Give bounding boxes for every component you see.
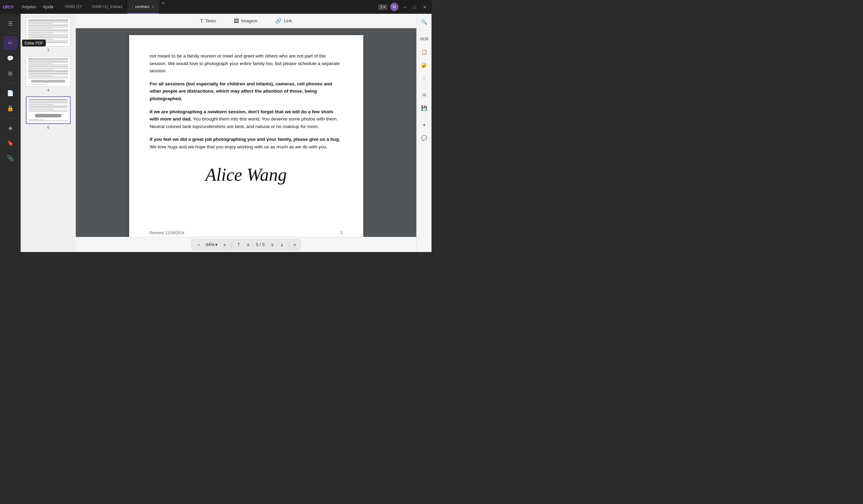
- mail-right-icon[interactable]: ✉: [419, 90, 430, 101]
- search-right-icon[interactable]: 🔍: [419, 17, 430, 28]
- thumb-label-3: 3: [47, 48, 49, 52]
- thumbnail-page-3[interactable]: 3: [23, 17, 73, 52]
- thumb-frame-4[interactable]: [26, 56, 71, 87]
- image-tool-button[interactable]: 🖼 Imagem: [229, 16, 262, 25]
- line: [28, 73, 68, 74]
- convert-icon[interactable]: 📄: [3, 86, 17, 100]
- thumb-mock-3: [26, 18, 70, 46]
- edit-pdf-icon[interactable]: ✏ Editar PDF: [3, 36, 17, 50]
- thumb-frame-3[interactable]: [26, 17, 71, 46]
- app-logo: UPDF: [3, 4, 14, 10]
- tab-count[interactable]: 3 ▾: [378, 4, 387, 10]
- lock-right-icon[interactable]: 🔐: [419, 60, 430, 71]
- menu-ajuda[interactable]: Ajuda: [39, 3, 57, 11]
- zoom-controls: − 94% ▾ + ⤒ ∧ 5 / 5 ∨ ⤓ ×: [191, 239, 301, 250]
- ocr-right-icon[interactable]: OCR: [419, 33, 430, 44]
- line: [28, 72, 68, 72]
- minimize-button[interactable]: ─: [401, 4, 408, 10]
- menu-arquivo[interactable]: Arquivo: [18, 3, 39, 11]
- text-label: Texto: [205, 18, 216, 23]
- line: [28, 42, 68, 43]
- line: [29, 104, 53, 105]
- line: [28, 76, 68, 77]
- line: [28, 41, 68, 42]
- tab-f1040-extract[interactable]: f1040 (1)_Extract: [87, 0, 127, 14]
- line: [29, 110, 68, 111]
- chat-right-icon[interactable]: 💬: [419, 133, 430, 144]
- main-content: ☰ ✏ Editar PDF 💬 ⊞ 📄 🔒 ◈ 🔖 📎: [0, 14, 432, 252]
- line: [28, 34, 68, 35]
- page-footer: Revised: 12/28/2014 5: [150, 231, 343, 235]
- share-right-icon[interactable]: ↑: [419, 73, 430, 84]
- bookmark-icon[interactable]: 🔖: [3, 136, 17, 150]
- comment-icon[interactable]: 💬: [3, 51, 17, 65]
- pdf-text: not meant to be a family reunion or meet…: [150, 52, 343, 151]
- zoom-close-button[interactable]: ×: [292, 242, 298, 248]
- tabs-area: f1040 (1)* f1040 (1)_Extract / contract …: [60, 0, 378, 14]
- maximize-button[interactable]: □: [411, 4, 418, 10]
- nav-last-button[interactable]: ⤓: [278, 241, 286, 249]
- line: [28, 29, 68, 30]
- close-button[interactable]: ✕: [421, 4, 429, 10]
- line: [28, 61, 68, 62]
- user-avatar[interactable]: U: [390, 3, 398, 11]
- line: [28, 62, 68, 63]
- tab-contract[interactable]: / contract ✕: [127, 0, 159, 14]
- thumbnail-panel: 3: [21, 14, 76, 252]
- star-right-icon[interactable]: ✦: [419, 119, 430, 130]
- tab-slash-icon: /: [132, 4, 133, 9]
- thumbnail-page-5[interactable]: 5: [23, 96, 73, 129]
- line: [28, 84, 45, 85]
- line: [28, 27, 68, 28]
- para2-bold: For all sessions (but especially for chi…: [150, 81, 332, 101]
- zoom-value[interactable]: 94% ▾: [204, 242, 219, 247]
- link-icon: 🔗: [275, 18, 282, 24]
- line: [29, 105, 68, 106]
- line: [28, 39, 53, 40]
- zoom-dropdown-icon: ▾: [215, 242, 218, 247]
- sidebar-divider-3: [5, 118, 15, 118]
- line: [29, 106, 68, 107]
- thumbnail-page-4[interactable]: 4: [23, 56, 73, 92]
- line: [28, 59, 68, 59]
- line: [29, 100, 68, 101]
- line: [29, 103, 68, 103]
- text-tool-button[interactable]: T Texto: [195, 16, 221, 25]
- view-icon[interactable]: ☰: [3, 17, 17, 30]
- line: [28, 36, 68, 37]
- line: [28, 64, 68, 65]
- viewing-area: T Texto 🖼 Imagem 🔗 Link not meant to be …: [76, 14, 416, 252]
- paragraph-3: If we are photographing a newborn sessio…: [150, 108, 343, 130]
- paragraph-1: not meant to be a family reunion or meet…: [150, 52, 343, 75]
- line: [28, 66, 68, 66]
- nav-first-button[interactable]: ⤒: [235, 241, 243, 249]
- left-sidebar: ☰ ✏ Editar PDF 💬 ⊞ 📄 🔒 ◈ 🔖 📎: [0, 14, 21, 252]
- line: [28, 44, 45, 44]
- line: [28, 35, 68, 36]
- attach-icon[interactable]: 📎: [3, 151, 17, 165]
- pdf-page: not meant to be a family reunion or meet…: [129, 35, 363, 237]
- line: [28, 24, 68, 25]
- extract-right-icon[interactable]: 📋: [419, 46, 430, 57]
- line: [29, 99, 68, 100]
- tab-f1040[interactable]: f1040 (1)*: [60, 0, 87, 14]
- para3-bold-part: If we are photographing a newborn sessio…: [150, 109, 334, 122]
- layers-icon[interactable]: ◈: [3, 121, 17, 135]
- tab-add-button[interactable]: +: [159, 0, 168, 14]
- organize-icon[interactable]: ⊞: [3, 66, 17, 80]
- nav-prev-button[interactable]: ∧: [244, 241, 252, 249]
- line: [28, 75, 53, 76]
- thumb-frame-5[interactable]: [26, 96, 71, 124]
- zoom-decrease-button[interactable]: −: [195, 241, 203, 249]
- zoom-increase-button[interactable]: +: [220, 241, 229, 249]
- line: [28, 67, 68, 67]
- pdf-scroll[interactable]: not meant to be a family reunion or meet…: [76, 28, 416, 237]
- nav-next-button[interactable]: ∨: [268, 241, 277, 249]
- tab-close-icon[interactable]: ✕: [152, 5, 154, 9]
- save-right-icon[interactable]: 💾: [419, 103, 430, 114]
- protect-icon[interactable]: 🔒: [3, 101, 17, 115]
- line: [29, 119, 45, 120]
- line: [28, 30, 68, 31]
- line: [28, 32, 68, 32]
- link-tool-button[interactable]: 🔗 Link: [270, 16, 297, 26]
